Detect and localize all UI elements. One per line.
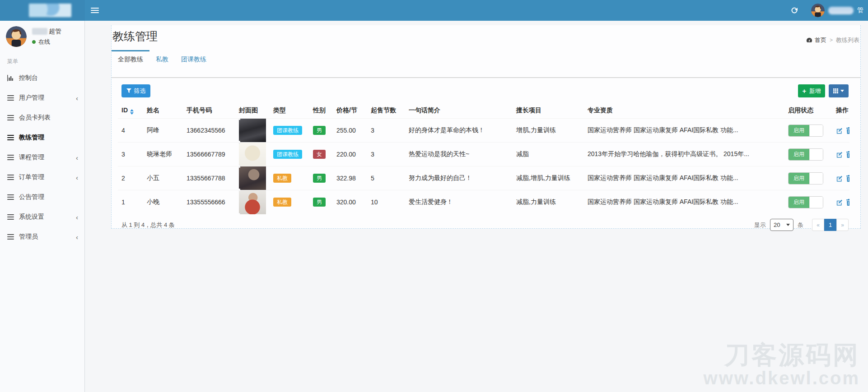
prev-page-button[interactable]: « bbox=[812, 219, 824, 231]
cell-phone: 13662345566 bbox=[183, 119, 235, 143]
tab-private-coaches[interactable]: 私教 bbox=[149, 50, 175, 68]
topbar-user-menu[interactable]: 管 bbox=[811, 0, 863, 21]
tab-group-coaches[interactable]: 团课教练 bbox=[175, 50, 213, 68]
sidebar-item-label: 会员卡列表 bbox=[19, 114, 51, 122]
cell-phone: 13566667789 bbox=[183, 143, 235, 166]
enable-toggle[interactable]: 启用 bbox=[788, 196, 823, 208]
cell-name: 小五 bbox=[143, 166, 183, 190]
cell-intro: 爱生活爱健身！ bbox=[405, 190, 513, 214]
cell-price: 322.98 bbox=[333, 166, 367, 190]
refresh-button[interactable] bbox=[787, 0, 802, 21]
col-header-type: 类型 bbox=[270, 103, 309, 119]
list-icon bbox=[7, 155, 14, 160]
caret-down-icon bbox=[840, 90, 844, 94]
coach-cover-image bbox=[239, 143, 266, 166]
table-row: 3 晓琳老师 13566667789 团课教练 女 220.00 3 热爱运动是… bbox=[118, 143, 849, 166]
delete-button[interactable] bbox=[846, 127, 849, 134]
sidebar-user-name: 超管 bbox=[49, 28, 61, 36]
columns-dropdown-button[interactable] bbox=[829, 84, 849, 97]
sidebar-item-admins[interactable]: 管理员 ‹ bbox=[0, 227, 84, 247]
tab-all-coaches[interactable]: 全部教练 bbox=[112, 50, 149, 68]
tabs-divider bbox=[112, 77, 860, 78]
delete-button[interactable] bbox=[846, 175, 849, 182]
table-header-row: ID 姓名 手机号码 封面图 类型 性别 价格/节 起售节数 一句话简介 擅长项… bbox=[118, 103, 849, 119]
sidebar-user-name-blurred bbox=[32, 28, 47, 35]
sidebar-item-dashboard[interactable]: 控制台 bbox=[0, 68, 84, 88]
type-badge: 私教 bbox=[273, 198, 291, 207]
col-header-id[interactable]: ID bbox=[118, 103, 143, 119]
cell-price: 320.00 bbox=[333, 190, 367, 214]
hamburger-icon bbox=[91, 8, 99, 9]
table-toolbar: 筛选 + 新增 bbox=[121, 84, 849, 97]
edit-button[interactable] bbox=[836, 199, 843, 206]
col-header-skills: 擅长项目 bbox=[513, 103, 584, 119]
sidebar-item-users[interactable]: 用户管理 ‹ bbox=[0, 88, 84, 108]
watermark-line1: 刀客源码网 bbox=[704, 342, 860, 369]
sidebar-item-label: 管理员 bbox=[19, 233, 38, 241]
gender-badge: 女 bbox=[313, 150, 326, 159]
cell-skills: 减脂 bbox=[513, 143, 584, 166]
sidebar-item-system-settings[interactable]: 系统设置 ‹ bbox=[0, 207, 84, 227]
breadcrumb-home-link[interactable]: 首页 bbox=[806, 36, 826, 44]
sidebar-item-orders[interactable]: 订单管理 ‹ bbox=[0, 167, 84, 187]
trash-icon bbox=[846, 199, 849, 206]
caret-down-icon bbox=[786, 224, 790, 228]
col-header-qualifications: 专业资质 bbox=[584, 103, 784, 119]
enable-toggle[interactable]: 启用 bbox=[788, 125, 823, 137]
gender-badge: 男 bbox=[313, 126, 326, 135]
col-header-phone: 手机号码 bbox=[183, 103, 235, 119]
sidebar-item-courses[interactable]: 课程管理 ‹ bbox=[0, 148, 84, 167]
page-1-button[interactable]: 1 bbox=[824, 219, 836, 231]
enable-toggle[interactable]: 启用 bbox=[788, 148, 823, 161]
watermark: 刀客源码网 www.dkewl.com bbox=[704, 342, 860, 387]
cell-id: 1 bbox=[118, 190, 143, 214]
sidebar-user-avatar bbox=[6, 26, 27, 47]
grid-icon bbox=[833, 88, 838, 93]
cell-qualifications: 国家运动营养师 国家运动康复师 AFAI国际私教 功能... bbox=[584, 119, 784, 143]
cell-id: 3 bbox=[118, 143, 143, 166]
cell-phone: 13355556666 bbox=[183, 190, 235, 214]
sort-icon bbox=[130, 109, 134, 115]
next-page-button[interactable]: » bbox=[836, 219, 849, 231]
topbar-user-name: 管 bbox=[857, 6, 863, 14]
refresh-icon bbox=[791, 7, 798, 14]
list-icon bbox=[7, 135, 14, 140]
col-header-price: 价格/节 bbox=[333, 103, 367, 119]
edit-button[interactable] bbox=[836, 151, 843, 158]
cell-qualifications: 国家运动营养师 国家运动康复师 AFAI国际私教 功能... bbox=[584, 190, 784, 214]
sidebar-item-announcements[interactable]: 公告管理 bbox=[0, 187, 84, 207]
breadcrumb: 首页 > 教练列表 bbox=[806, 36, 859, 44]
sidebar-menu-label: 菜单 bbox=[0, 51, 84, 66]
filter-button[interactable]: 筛选 bbox=[121, 84, 150, 97]
col-header-intro: 一句话简介 bbox=[405, 103, 513, 119]
delete-button[interactable] bbox=[846, 199, 849, 206]
edit-button[interactable] bbox=[836, 175, 843, 182]
sidebar-item-label: 用户管理 bbox=[19, 94, 44, 102]
sidebar-item-member-cards[interactable]: 会员卡列表 bbox=[0, 108, 84, 128]
sidebar-item-coaches[interactable]: 教练管理 bbox=[0, 128, 84, 148]
cell-id: 4 bbox=[118, 119, 143, 143]
toggle-knob bbox=[809, 197, 823, 208]
coach-type-tabs: 全部教练 私教 团课教练 bbox=[112, 50, 860, 68]
delete-button[interactable] bbox=[846, 151, 849, 158]
sidebar-item-label: 教练管理 bbox=[19, 134, 44, 142]
page-title: 教练管理 bbox=[112, 29, 860, 44]
add-coach-button[interactable]: + 新增 bbox=[798, 84, 825, 97]
cell-price: 220.00 bbox=[333, 143, 367, 166]
cell-price: 255.00 bbox=[333, 119, 367, 143]
sidebar-toggle-button[interactable] bbox=[85, 0, 105, 21]
type-badge: 团课教练 bbox=[273, 126, 302, 135]
enable-toggle[interactable]: 启用 bbox=[788, 172, 823, 184]
page-size-select[interactable]: 20 bbox=[770, 219, 793, 231]
edit-button[interactable] bbox=[836, 127, 843, 134]
sidebar-item-label: 课程管理 bbox=[19, 153, 44, 161]
list-icon bbox=[7, 214, 14, 220]
page-size-label: 显示 bbox=[754, 221, 766, 229]
edit-icon bbox=[836, 151, 843, 158]
cell-min-sessions: 3 bbox=[367, 119, 405, 143]
type-badge: 私教 bbox=[273, 174, 291, 183]
chevron-left-icon: ‹ bbox=[76, 154, 78, 161]
app-logo[interactable] bbox=[0, 0, 85, 21]
online-status-label: 在线 bbox=[38, 38, 50, 46]
topbar-right: 管 bbox=[787, 0, 863, 21]
